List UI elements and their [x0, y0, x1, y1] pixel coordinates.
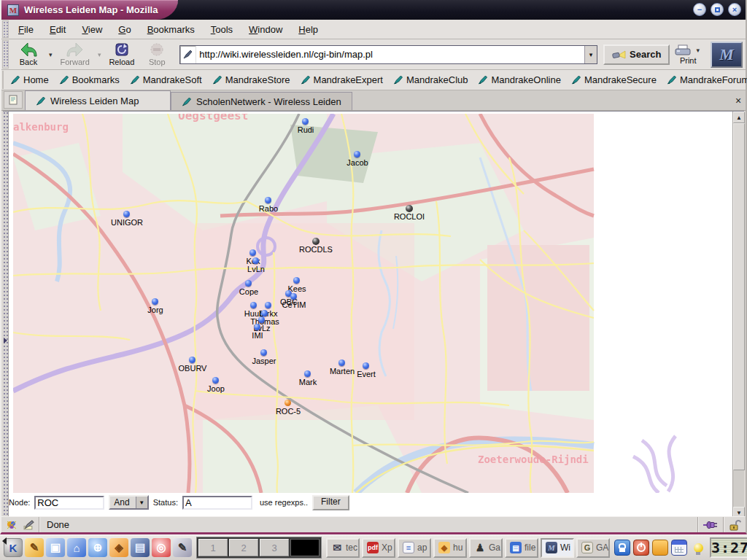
title-bar[interactable]: M Wireless Leiden Map - Mozilla − ×: [1, 0, 746, 20]
wireless-map[interactable]: alkenburgOegstgeestZoeterwoude-Rijndi Ru…: [13, 114, 737, 493]
task-app-icon: ✉: [331, 542, 343, 553]
status-input[interactable]: [182, 496, 252, 510]
node-dot-icon: [245, 280, 252, 287]
bookmark-item-mandrakesoft[interactable]: MandrakeSoft: [125, 72, 207, 88]
bookmark-item-mandrakestore[interactable]: MandrakeStore: [207, 72, 295, 88]
node-dot-icon: [123, 211, 130, 217]
launcher-display[interactable]: ▤: [131, 538, 150, 557]
menu-item-edit[interactable]: Edit: [42, 21, 74, 38]
task-tec[interactable]: ✉ tec: [326, 538, 360, 558]
back-button[interactable]: Back: [12, 42, 45, 67]
regexps-hint: use regexps..: [260, 498, 308, 507]
task-ga[interactable]: ♟ Ga: [469, 538, 503, 558]
tab-pen-icon: [36, 96, 46, 106]
bookmark-pen-icon: [301, 75, 311, 85]
tab-wireless-leiden-map[interactable]: Wireless Leiden Map: [25, 90, 171, 110]
launcher-show-desktop[interactable]: ▣: [46, 538, 65, 557]
task-ap[interactable]: ≡ ap: [398, 538, 431, 558]
desktop-2[interactable]: 2: [229, 539, 258, 556]
launcher-devtools-pen[interactable]: ✎: [173, 538, 192, 557]
launcher-help[interactable]: ◎: [152, 538, 171, 557]
tray-icon-organizer[interactable]: [671, 540, 687, 556]
stop-button[interactable]: Stop: [140, 42, 174, 67]
bookmark-item-mandrakeforum[interactable]: MandrakeForum: [662, 72, 747, 88]
maximize-button[interactable]: [711, 3, 724, 16]
minimize-button[interactable]: −: [693, 3, 706, 16]
bookmark-item-home[interactable]: Home: [5, 72, 54, 88]
security-status[interactable]: [723, 517, 746, 532]
menu-item-bookmarks[interactable]: Bookmarks: [139, 21, 203, 38]
menu-item-help[interactable]: Help: [290, 21, 326, 38]
task-xp[interactable]: pdf Xp: [362, 538, 395, 558]
node-dot-icon: [260, 349, 267, 356]
close-tab-button[interactable]: ×: [731, 93, 746, 108]
launcher-desktop-settings[interactable]: ✎: [25, 538, 44, 557]
bookmark-item-mandrakeclub[interactable]: MandrakeClub: [388, 72, 473, 88]
menu-item-file[interactable]: File: [10, 21, 42, 38]
task-hu[interactable]: ◆ hu: [433, 538, 467, 558]
tray-icon-lock[interactable]: [614, 540, 630, 556]
url-input[interactable]: [196, 46, 584, 63]
desktop-1[interactable]: 1: [198, 539, 228, 556]
bookmarks-grippy[interactable]: [2, 71, 4, 89]
node-dot-icon: [152, 298, 158, 305]
search-button[interactable]: Search: [603, 44, 670, 65]
filter-button[interactable]: Filter: [312, 495, 349, 510]
menu-item-tools[interactable]: Tools: [203, 21, 241, 38]
menu-item-window[interactable]: Window: [241, 21, 290, 38]
operator-select[interactable]: And ▼: [109, 495, 148, 510]
tray-icon-power[interactable]: [633, 540, 649, 556]
forward-arrow-icon: [66, 42, 84, 57]
bookmark-item-mandrakeonline[interactable]: MandrakeOnline: [473, 72, 565, 88]
tray-icon-klipper[interactable]: [652, 540, 668, 556]
tray-icon-tip-bulb[interactable]: [690, 540, 706, 556]
composer-pen-icon[interactable]: [23, 520, 34, 530]
close-button[interactable]: ×: [728, 3, 741, 16]
scrollbar-thumb[interactable]: [733, 123, 745, 470]
node-dot-icon: [249, 249, 256, 256]
desktop-3[interactable]: 3: [260, 539, 289, 556]
url-dropdown-button[interactable]: ▾: [584, 46, 597, 63]
toolbar-grippy[interactable]: [2, 40, 9, 69]
print-button[interactable]: ▾ Print: [671, 44, 705, 65]
bookmark-items: Home Bookmarks MandrakeSoft MandrakeStor…: [5, 72, 747, 88]
menu-item-go[interactable]: Go: [110, 21, 139, 38]
task-ga[interactable]: G GA: [576, 538, 610, 558]
bookmark-item-mandrakesecure[interactable]: MandrakeSecure: [566, 72, 662, 88]
clock[interactable]: 3:27: [710, 537, 747, 558]
forward-button[interactable]: Forward: [56, 42, 94, 67]
task-app-icon: ◆: [438, 542, 450, 553]
navigation-toolbar: Back ▾ Forward ▾ Reload Stop ▾: [1, 39, 746, 70]
forward-dropdown-caret[interactable]: ▾: [96, 51, 104, 58]
site-favicon[interactable]: [180, 46, 196, 63]
print-dropdown-caret[interactable]: ▾: [694, 47, 702, 54]
vertical-scrollbar[interactable]: ▲ ▼: [732, 112, 744, 518]
new-tab-button[interactable]: [4, 91, 23, 109]
bookmark-item-mandrakeexpert[interactable]: MandrakeExpert: [295, 72, 388, 88]
launcher-home-folder[interactable]: ⌂: [67, 538, 86, 557]
task-file[interactable]: ▤ file: [505, 538, 538, 558]
launcher-wallet[interactable]: ◈: [109, 538, 128, 557]
bookmark-pen-icon: [10, 75, 20, 85]
online-status[interactable]: [697, 517, 723, 532]
node-input[interactable]: [34, 496, 104, 510]
menubar-grippy[interactable]: [2, 20, 9, 38]
sidebar-splitter[interactable]: [3, 112, 9, 518]
bookmark-item-bookmarks[interactable]: Bookmarks: [54, 72, 125, 88]
tab-scholennetwerk-wireless-leiden[interactable]: ScholenNetwerk - Wireless Leiden: [171, 92, 352, 110]
bookmark-pen-icon: [478, 75, 488, 85]
back-dropdown-caret[interactable]: ▾: [47, 51, 55, 58]
node-dot-icon: [254, 324, 260, 330]
menu-item-view[interactable]: View: [74, 21, 110, 38]
scroll-up-button[interactable]: ▲: [733, 112, 745, 123]
reload-button[interactable]: Reload: [104, 42, 139, 67]
system-tray: [614, 540, 706, 556]
launcher-konqueror-globe[interactable]: ⊕: [88, 538, 107, 557]
task-wi[interactable]: M Wi: [541, 538, 574, 558]
component-star-icon[interactable]: [6, 519, 18, 531]
bookmark-pen-icon: [59, 75, 69, 85]
desktop[interactable]: [290, 539, 320, 556]
node-dot-icon: [290, 293, 297, 300]
mozilla-logo-button[interactable]: M: [711, 42, 743, 68]
task-app-icon: ≡: [403, 542, 414, 553]
